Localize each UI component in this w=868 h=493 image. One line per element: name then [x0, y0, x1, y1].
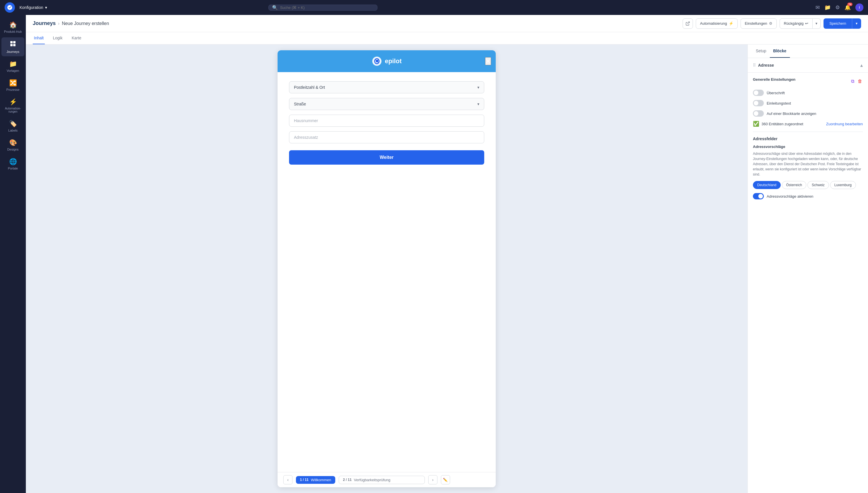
collapse-icon[interactable]: ▴	[860, 62, 863, 68]
toggle-einleitungstext[interactable]	[753, 100, 764, 106]
page-item-1[interactable]: 1 / 11 Willkommen	[296, 476, 335, 484]
undo-group: Rückgängig ↩ ▾	[780, 18, 821, 29]
config-label: Konfiguration	[20, 5, 43, 10]
tab-inhalt[interactable]: Inhalt	[33, 32, 45, 44]
sidebar-item-label: Labels	[8, 129, 18, 132]
form-field-strasse[interactable]: Straße ▾	[289, 98, 484, 110]
save-button[interactable]: Speichern	[823, 18, 852, 29]
sidebar-item-label: Produkt-Hub	[4, 30, 22, 33]
einstellungen-button[interactable]: Einstellungen ⚙	[740, 18, 777, 29]
form-field-adresszusatz[interactable]: Adresszusatz	[289, 131, 484, 143]
country-tab-osterreich[interactable]: Österreich	[782, 181, 806, 189]
prev-icon: ‹	[287, 477, 289, 482]
btn-automatisierung-label: Automatisierung	[700, 21, 727, 26]
entity-row: ✅ 360 Entitäten zugeordnet Zuordnung bea…	[753, 121, 863, 127]
copy-button[interactable]: ⧉	[850, 78, 855, 84]
produkt-hub-icon: 🏠	[9, 21, 17, 29]
folder-icon[interactable]: 📁	[824, 4, 831, 10]
toggle-adressvorschlage-row: Adressvorschläge aktivieren	[753, 193, 863, 199]
drag-handle-icon[interactable]: ⠿	[753, 63, 756, 67]
sidebar-item-journeys[interactable]: Journeys	[1, 37, 24, 56]
page1-num: 1 / 11	[300, 478, 309, 482]
prev-page-button[interactable]: ‹	[283, 475, 293, 485]
toggle-blockkarte-row: Auf einer Blockkarte anzeigen	[753, 110, 863, 116]
toggle-einleitungstext-label: Einleitungstext	[767, 101, 791, 105]
panel-tab-blocke[interactable]: Blöcke	[770, 45, 790, 58]
field-postleitzahl-label: Postleitzahl & Ort	[294, 85, 325, 90]
page-header: Journeys › Neue Journey erstellen Automa…	[26, 15, 868, 32]
adressfelder-title: Adressfelder	[753, 136, 863, 141]
tab-karte[interactable]: Karte	[71, 32, 83, 44]
entity-text: 360 Entitäten zugeordnet	[761, 122, 803, 126]
delete-button[interactable]: 🗑	[857, 78, 863, 84]
weiter-button[interactable]: Weiter	[289, 150, 484, 165]
user-avatar[interactable]: i	[855, 3, 863, 12]
header-actions: Automatisierung ⚡ Einstellungen ⚙ Rückgä…	[683, 18, 861, 29]
epilot-logo-text: epilot	[385, 58, 402, 65]
main-body: epilot ✕ Postleitzahl & Ort ▾ Straße ▾	[26, 45, 868, 493]
panel-content: Generelle Einstellungen ⧉ 🗑 Überschrift	[748, 73, 868, 208]
app-logo[interactable]	[5, 2, 15, 13]
panel-body: ⠿ Adresse ▴ Generelle Einstellungen ⧉ 🗑	[748, 58, 868, 493]
external-link-button[interactable]	[683, 18, 693, 29]
sidebar: 🏠 Produkt-Hub Journeys 📁 Vorlagen 🔀 Proz…	[0, 15, 26, 493]
adresse-section-header[interactable]: ⠿ Adresse ▴	[748, 58, 868, 73]
settings-icon[interactable]: ⚙	[835, 4, 840, 10]
automatisierung-button[interactable]: Automatisierung ⚡	[696, 18, 738, 29]
form-close-button[interactable]: ✕	[485, 57, 491, 65]
sidebar-item-prozesse[interactable]: 🔀 Prozesse	[1, 77, 24, 94]
next-page-button[interactable]: ›	[428, 475, 437, 485]
tab-logik[interactable]: Logik	[52, 32, 64, 44]
chevron-down-icon: ▾	[45, 5, 47, 10]
epilot-logo-icon	[372, 56, 382, 66]
sidebar-item-portale[interactable]: 🌐 Portale	[1, 155, 24, 173]
toggle-blockkarte[interactable]	[753, 110, 764, 116]
sidebar-item-label: Portale	[8, 167, 18, 170]
field-strasse-label: Straße	[294, 102, 306, 106]
undo-icon: ↩	[805, 21, 808, 26]
svg-rect-0	[10, 41, 13, 43]
toggle-uberschrift[interactable]	[753, 90, 764, 96]
form-field-postleitzahl[interactable]: Postleitzahl & Ort ▾	[289, 81, 484, 93]
svg-rect-1	[13, 41, 16, 43]
prozesse-icon: 🔀	[9, 79, 17, 87]
notification-icon[interactable]: 🔔 74	[844, 4, 851, 10]
sidebar-item-vorlagen[interactable]: 📁 Vorlagen	[1, 58, 24, 75]
form-header: epilot ✕	[278, 50, 496, 72]
field-adresszusatz-label: Adresszusatz	[294, 135, 318, 140]
sidebar-item-produkt-hub[interactable]: 🏠 Produkt-Hub	[1, 18, 24, 36]
country-tab-luxemburg[interactable]: Luxemburg	[830, 181, 856, 189]
next-icon: ›	[432, 477, 433, 482]
form-field-hausnummer[interactable]: Hausnummer	[289, 115, 484, 127]
btn-einstellungen-label: Einstellungen	[745, 21, 767, 26]
page-edit-button[interactable]: ✏️	[441, 475, 450, 485]
undo-dropdown-button[interactable]: ▾	[813, 18, 821, 29]
save-dropdown-button[interactable]: ▾	[852, 18, 861, 29]
toggle-adressvorschlage[interactable]	[753, 193, 764, 199]
sidebar-item-designs[interactable]: 🎨 Designs	[1, 136, 24, 154]
section-adresse-title: Adresse	[758, 63, 774, 67]
save-group: Speichern ▾	[823, 18, 861, 29]
undo-button[interactable]: Rückgängig ↩	[780, 18, 813, 29]
sidebar-item-automatisierungen[interactable]: ⚡ Automatisie-rungen	[1, 95, 24, 116]
sidebar-item-labels[interactable]: 🏷️ Labels	[1, 117, 24, 135]
check-icon: ✅	[753, 121, 759, 127]
page-item-2[interactable]: 2 / 11 Verfügbarkeitsprüfung	[339, 476, 425, 484]
field-hausnummer-label: Hausnummer	[294, 119, 318, 123]
labels-icon: 🏷️	[9, 120, 17, 128]
search-bar[interactable]: 🔍	[268, 5, 378, 10]
portale-icon: 🌐	[9, 158, 17, 166]
country-tab-deutschland[interactable]: Deutschland	[753, 181, 781, 189]
generelle-header: Generelle Einstellungen ⧉ 🗑	[753, 77, 863, 85]
main-layout: 🏠 Produkt-Hub Journeys 📁 Vorlagen 🔀 Proz…	[0, 15, 868, 493]
entity-link[interactable]: Zuordnung bearbeiten	[826, 122, 863, 126]
config-menu[interactable]: Konfiguration ▾	[20, 5, 47, 10]
breadcrumb-journeys-link[interactable]: Journeys	[33, 20, 56, 26]
country-tab-schweiz[interactable]: Schweiz	[807, 181, 829, 189]
panel-tab-setup[interactable]: Setup	[752, 45, 770, 58]
mail-icon[interactable]: ✉	[816, 4, 820, 10]
tabs-bar: Inhalt Logik Karte	[26, 32, 868, 45]
search-input[interactable]	[280, 5, 374, 10]
toggle-adressvorschlage-label: Adressvorschläge aktivieren	[767, 194, 814, 198]
bolt-icon: ⚡	[729, 21, 733, 26]
